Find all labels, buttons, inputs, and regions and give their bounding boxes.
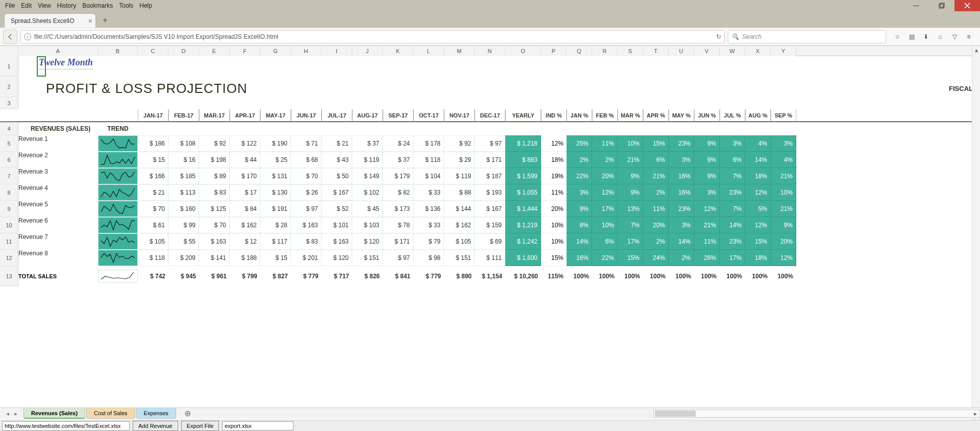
month-value[interactable]: $ 119 — [352, 152, 383, 168]
month-value[interactable]: $ 209 — [168, 250, 199, 266]
revenue-name[interactable]: Revenue 8 — [18, 250, 98, 266]
month-value[interactable]: $ 120 — [322, 250, 352, 266]
month-value[interactable]: $ 15 — [138, 152, 168, 168]
month-value[interactable]: $ 21 — [138, 184, 168, 201]
address-bar[interactable]: i file:///C:/Users/admin/Documents/Sampl… — [20, 30, 725, 43]
month-value[interactable]: $ 163 — [199, 233, 230, 250]
month-value[interactable]: $ 167 — [322, 184, 352, 201]
month-value[interactable]: $ 79 — [413, 233, 444, 250]
month-value[interactable]: $ 190 — [260, 135, 291, 152]
sheet-nav-prev-icon[interactable]: ▸ — [12, 410, 19, 417]
month-value[interactable]: $ 78 — [383, 217, 413, 233]
menu-tools[interactable]: Tools — [116, 1, 136, 10]
month-value[interactable]: $ 28 — [260, 217, 291, 233]
col-header[interactable]: D — [168, 46, 199, 56]
vertical-scrollbar[interactable]: ▴ ▾ — [972, 46, 980, 420]
month-value[interactable]: $ 97 — [475, 135, 505, 152]
sheet-tab[interactable]: Cost of Sales — [86, 408, 135, 419]
col-header[interactable]: I — [322, 46, 352, 56]
month-value[interactable]: $ 45 — [352, 201, 383, 217]
revenue-name[interactable]: Revenue 5 — [18, 201, 98, 217]
horizontal-scrollbar[interactable]: ⋮ ▸ — [653, 410, 980, 418]
col-header[interactable]: A — [18, 46, 98, 56]
month-value[interactable]: $ 162 — [230, 217, 260, 233]
row-header[interactable]: 10 — [0, 217, 18, 233]
hscroll-thumb[interactable] — [655, 411, 696, 417]
month-value[interactable]: $ 201 — [291, 250, 322, 266]
scroll-up-icon[interactable]: ▴ — [972, 46, 980, 54]
back-button[interactable] — [3, 30, 17, 44]
col-header[interactable]: H — [291, 46, 322, 56]
month-value[interactable]: $ 37 — [383, 152, 413, 168]
month-value[interactable]: $ 144 — [444, 201, 475, 217]
month-value[interactable]: $ 97 — [383, 250, 413, 266]
month-value[interactable]: $ 120 — [352, 233, 383, 250]
month-value[interactable]: $ 101 — [322, 217, 352, 233]
month-value[interactable]: $ 151 — [352, 250, 383, 266]
month-value[interactable]: $ 21 — [322, 135, 352, 152]
month-value[interactable]: $ 119 — [444, 168, 475, 184]
row-header[interactable]: 7 — [0, 168, 18, 184]
month-value[interactable]: $ 151 — [444, 250, 475, 266]
close-tab-icon[interactable]: × — [88, 17, 92, 25]
row-header-13[interactable]: 13 — [0, 266, 18, 286]
month-value[interactable]: $ 37 — [352, 135, 383, 152]
month-value[interactable]: $ 82 — [383, 184, 413, 201]
month-value[interactable]: $ 198 — [199, 152, 230, 168]
month-value[interactable]: $ 167 — [475, 201, 505, 217]
month-value[interactable]: $ 105 — [138, 233, 168, 250]
month-value[interactable]: $ 118 — [138, 250, 168, 266]
month-value[interactable]: $ 70 — [138, 201, 168, 217]
col-header[interactable]: U — [669, 46, 694, 56]
menu-history[interactable]: History — [54, 1, 79, 10]
month-value[interactable]: $ 111 — [475, 250, 505, 266]
month-value[interactable]: $ 105 — [444, 233, 475, 250]
col-header[interactable]: E — [199, 46, 230, 56]
new-tab-button[interactable]: + — [98, 13, 112, 28]
month-value[interactable]: $ 29 — [444, 152, 475, 168]
col-header[interactable]: S — [618, 46, 643, 56]
add-revenue-button[interactable]: Add Revenue — [133, 421, 178, 431]
pocket-icon[interactable]: ▽ — [950, 33, 959, 40]
col-header[interactable]: T — [643, 46, 669, 56]
month-value[interactable]: $ 92 — [444, 135, 475, 152]
month-value[interactable]: $ 83 — [199, 184, 230, 201]
revenue-name[interactable]: Revenue 6 — [18, 217, 98, 233]
month-value[interactable]: $ 44 — [230, 152, 260, 168]
month-value[interactable]: $ 149 — [352, 168, 383, 184]
month-value[interactable]: $ 160 — [168, 201, 199, 217]
new-sheet-button[interactable]: ⊕ — [177, 408, 198, 419]
col-header[interactable]: J — [352, 46, 383, 56]
month-value[interactable]: $ 131 — [260, 168, 291, 184]
month-value[interactable]: $ 70 — [199, 217, 230, 233]
month-value[interactable]: $ 186 — [138, 135, 168, 152]
month-value[interactable]: $ 159 — [475, 217, 505, 233]
menu-help[interactable]: Help — [136, 1, 155, 10]
month-value[interactable]: $ 171 — [383, 233, 413, 250]
month-value[interactable]: $ 163 — [291, 217, 322, 233]
month-value[interactable]: $ 97 — [291, 201, 322, 217]
col-header[interactable]: F — [230, 46, 260, 56]
sheet-nav-first-icon[interactable]: ◂ — [4, 410, 11, 417]
col-header[interactable]: K — [383, 46, 413, 56]
col-header[interactable]: B — [98, 46, 138, 56]
month-value[interactable]: $ 185 — [168, 168, 199, 184]
month-value[interactable]: $ 117 — [260, 233, 291, 250]
row-header-2[interactable]: 2 — [0, 77, 18, 97]
col-header[interactable]: V — [694, 46, 720, 56]
month-value[interactable]: $ 43 — [322, 152, 352, 168]
col-header[interactable]: Y — [771, 46, 796, 56]
row-header[interactable]: 8 — [0, 184, 18, 201]
month-value[interactable]: $ 173 — [383, 201, 413, 217]
month-value[interactable]: $ 68 — [291, 152, 322, 168]
row-header-4[interactable]: 4 — [0, 122, 18, 135]
month-value[interactable]: $ 103 — [352, 217, 383, 233]
col-header[interactable]: L — [413, 46, 444, 56]
window-minimize-icon[interactable]: — — [903, 0, 929, 11]
month-value[interactable]: $ 55 — [168, 233, 199, 250]
menu-bookmarks[interactable]: Bookmarks — [79, 1, 116, 10]
col-header[interactable]: W — [720, 46, 745, 56]
export-file-button[interactable]: Export File — [181, 421, 219, 431]
revenue-name[interactable]: Revenue 4 — [18, 184, 98, 201]
window-close-icon[interactable] — [954, 0, 980, 11]
